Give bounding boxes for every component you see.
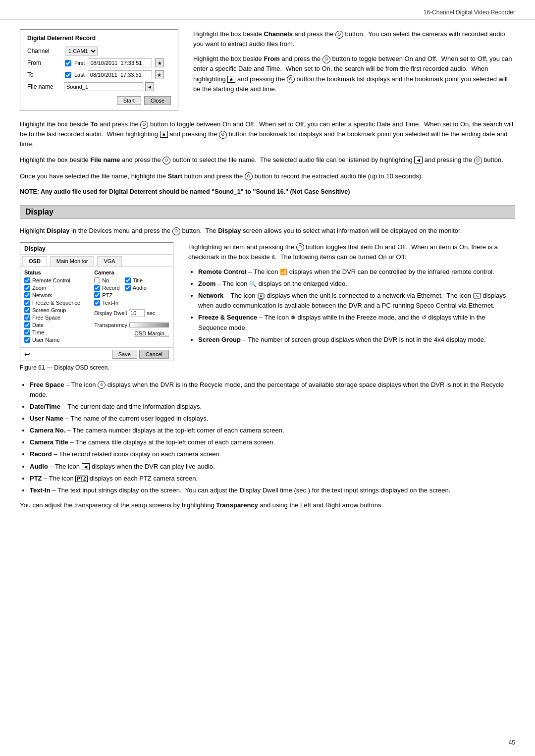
screen-group-checkbox[interactable] [24,307,30,313]
camera-no-checkbox[interactable] [94,277,100,283]
display-section-header: Display [20,205,515,219]
camera-title: Title [125,277,147,283]
digital-deterrent-dialog: Digital Deterrent Record Channel 1.CAM1 … [20,29,178,110]
bullet-freeze-sequence: Freeze & Sequence – The icon ❅ displays … [198,313,515,332]
time-checkbox[interactable] [24,329,30,335]
freeze-sequence-checkbox[interactable] [24,300,30,306]
camera-audio: Audio [125,285,147,291]
display-heading: Display [25,208,54,216]
camera-title-checkbox[interactable] [125,277,131,283]
network-checkbox[interactable] [24,292,30,298]
figure-caption: Figure 61 — Display OSD screen. [20,364,109,371]
camera-label: Camera [94,270,169,275]
camera-textin-checkbox[interactable] [94,300,100,306]
display-right-text: Highlighting an item and pressing the ⊙ … [188,242,515,371]
bullet-screen-group: Screen Group – The number of screen grou… [198,335,515,345]
display-footer: ↩ Save Cancel [20,347,173,361]
display-col-camera: Camera No. Record [94,270,169,344]
lower-bullets: Free Space – The icon ⊙ displays when th… [30,380,515,495]
start-button[interactable]: Start [117,96,141,105]
bullet-network: Network – The icon displays when the uni… [198,291,515,311]
tab-vga[interactable]: VGA [97,256,121,266]
from-date-input[interactable] [88,58,152,67]
from-label: From [27,59,62,66]
camera-no: No. [94,277,119,283]
back-icon[interactable]: ↩ [24,350,30,358]
transparency-row: Transparency [94,322,169,328]
camera-record: Record [94,285,119,291]
display-dialog: Display OSD Main Monitor VGA Status Remo… [20,242,173,361]
display-right-intro: Highlighting an item and pressing the ⊙ … [188,242,515,262]
audio-play-btn[interactable]: ◄ [145,82,154,91]
close-button[interactable]: Close [144,96,171,105]
status-user-name: User Name [24,337,94,343]
camera-audio-checkbox[interactable] [125,285,131,291]
display-tabs: OSD Main Monitor VGA [20,255,173,267]
bullet-free-space: Free Space – The icon ⊙ displays when th… [30,380,515,400]
status-freeze-sequence: Freeze & Sequence [24,300,94,306]
bullet-camera-title: Camera Title – The camera title displays… [30,437,515,447]
top-para1: Highlight the box beside Channels and pr… [193,29,515,49]
from-first-label: First [74,60,85,66]
top-right-text: Highlight the box beside Channels and pr… [193,29,515,110]
status-date: Date [24,322,94,328]
bullet-remote-control: Remote Control – The icon 📶 displays whe… [198,267,515,277]
cancel-button[interactable]: Cancel [139,350,169,359]
to-date-input[interactable] [88,70,152,79]
camera-ptz: PTZ [94,292,119,298]
channel-row: Channel 1.CAM1 [27,47,171,55]
display-col-status: Status Remote Control Zoom Network [24,270,94,344]
status-zoom: Zoom [24,285,94,291]
display-intro: Highlight Display in the Devices menu an… [20,226,515,236]
svg-text:PC: PC [475,294,479,297]
display-body: Status Remote Control Zoom Network [20,267,173,347]
bullet-camera-no: Camera No. – The camera number displays … [30,426,515,435]
header-title: 16-Channel Digital Video Recorder [424,9,515,16]
dialog-title: Digital Deterrent Record [27,35,171,42]
from-checkbox[interactable] [65,60,71,66]
bullet-zoom: Zoom – The icon 🔍 displays on the enlarg… [198,279,515,289]
svg-point-1 [260,295,262,297]
tab-main-monitor[interactable]: Main Monitor [50,256,95,266]
zoom-checkbox[interactable] [24,285,30,291]
body-para3: Once you have selected the file name, hi… [20,171,515,181]
top-section: Digital Deterrent Record Channel 1.CAM1 … [20,29,515,110]
date-checkbox[interactable] [24,322,30,328]
channel-select[interactable]: 1.CAM1 [65,47,98,55]
from-star-btn[interactable]: ★ [155,58,164,67]
bullet-textin: Text-In – The text input strings display… [30,486,515,495]
camera-ptz-checkbox[interactable] [94,292,100,298]
bullet-ptz: PTZ – The icon PTZ displays on each PTZ … [30,474,515,484]
to-star-btn[interactable]: ★ [155,70,164,79]
tab-osd[interactable]: OSD [22,256,47,266]
bullet-username: User Name – The name of the current user… [30,414,515,424]
on-off-bullets: Remote Control – The icon 📶 displays whe… [198,267,515,345]
filename-input[interactable] [64,82,143,91]
filename-row: File name ◄ [27,82,171,91]
remote-control-checkbox[interactable] [24,277,30,283]
page-number: 45 [509,739,515,746]
dwell-input[interactable] [129,309,145,317]
bullet-datetime: Date/Time – The current date and time in… [30,402,515,412]
dialog-buttons: Start Close [27,96,171,105]
body-para2: Highlight the box beside File name and p… [20,155,515,165]
to-checkbox[interactable] [65,72,71,78]
user-name-checkbox[interactable] [24,337,30,343]
status-label: Status [24,270,94,275]
bullet-record: Record – The record related icons displa… [30,449,515,459]
camera-record-checkbox[interactable] [94,285,100,291]
camera-textin: Text-In [94,300,119,306]
transparency-bar[interactable] [129,323,169,327]
middle-section: Display OSD Main Monitor VGA Status Remo… [20,242,515,371]
save-button[interactable]: Save [112,350,137,359]
to-last-label: Last [74,72,85,78]
filename-label: File name [27,83,62,90]
free-space-checkbox[interactable] [24,315,30,321]
to-label: To [27,71,62,78]
body-para1: Highlight the box beside To and press th… [20,119,515,149]
status-network: Network [24,292,94,298]
osd-margin-button[interactable]: OSD Margin... [134,330,169,336]
status-screen-group: Screen Group [24,307,94,313]
footer-buttons: Save Cancel [112,350,169,359]
display-dwell-row: Display Dwell sec. [94,309,169,317]
